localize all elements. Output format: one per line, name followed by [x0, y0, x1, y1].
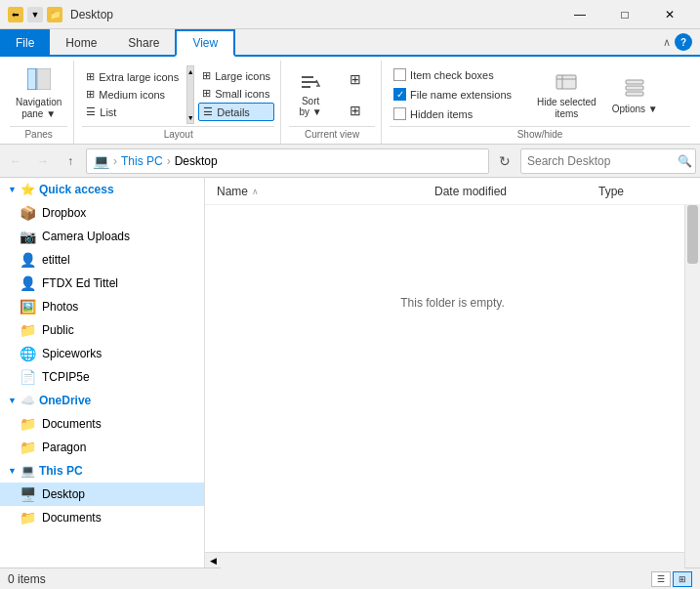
sidebar: ▼ ⭐ Quick access 📦 Dropbox 📷 Camera Uplo…: [0, 178, 205, 568]
options-button[interactable]: Options ▼: [606, 66, 664, 125]
sidebar-item-paragon[interactable]: 📁 Paragon: [0, 436, 204, 459]
refresh-button[interactable]: ↻: [493, 149, 516, 173]
list-button[interactable]: ☰ List: [82, 104, 183, 120]
medium-icons-button[interactable]: ⊞ Medium icons: [82, 86, 183, 103]
window-controls[interactable]: — □ ✕: [557, 0, 692, 29]
this-pc-icon: 💻: [21, 464, 35, 478]
tab-view[interactable]: View: [175, 29, 235, 57]
sidebar-item-tcpip5e[interactable]: 📄 TCPIP5e: [0, 365, 204, 389]
spiceworks-icon: 🌐: [20, 346, 36, 361]
sort-by-label: Sortby ▼: [299, 96, 321, 117]
scrollbar-thumb[interactable]: [687, 205, 698, 264]
help-icon[interactable]: ?: [675, 33, 692, 51]
ribbon-group-panes: Navigationpane ▼ Panes: [4, 61, 74, 144]
window-title: Desktop: [70, 8, 557, 21]
nav-bar: ← → ↑ 💻 › This PC › Desktop ↻ 🔍: [0, 145, 700, 178]
sidebar-item-public[interactable]: 📁 Public: [0, 318, 204, 342]
layout-group-label: Layout: [82, 126, 274, 142]
tab-home[interactable]: Home: [50, 29, 112, 57]
ribbon-tabs: File Home Share View ∧ ?: [0, 29, 700, 57]
tab-share[interactable]: Share: [112, 29, 175, 57]
hide-selected-items-button[interactable]: Hide selecteditems: [531, 66, 602, 125]
layout-scrollbar[interactable]: ▲ ▼: [186, 65, 194, 124]
nav-pane-label: Navigationpane ▼: [16, 97, 62, 120]
content-area: Name ∧ Date modified Type This folder is…: [205, 178, 700, 552]
breadcrumb-this-pc[interactable]: This PC: [121, 154, 163, 168]
sidebar-item-etittel[interactable]: 👤 etittel: [0, 248, 204, 272]
svg-rect-1: [37, 68, 51, 90]
hscroll-left[interactable]: ◀: [205, 553, 221, 568]
svg-rect-8: [626, 80, 643, 84]
small-icons-button[interactable]: ⊞ Small icons: [198, 85, 274, 102]
large-icons-button[interactable]: ⊞ Large icons: [198, 67, 274, 84]
title-icon-2: ▼: [27, 7, 43, 22]
group-by-button[interactable]: ⊞: [336, 65, 375, 93]
sidebar-item-spiceworks[interactable]: 🌐 Spiceworks: [0, 342, 204, 365]
etittel-icon: 👤: [20, 252, 36, 268]
close-button[interactable]: ✕: [647, 0, 692, 29]
file-name-extensions-check-icon[interactable]: ✓: [393, 88, 406, 101]
details-view-toggle[interactable]: ☰: [651, 571, 671, 587]
hidden-items-checkbox[interactable]: Hidden items: [390, 105, 515, 122]
sort-by-button[interactable]: Sortby ▼: [289, 65, 332, 124]
extra-large-icons-button[interactable]: ⊞ Extra large icons: [82, 68, 183, 85]
title-bar: ⬅ ▼ 📁 Desktop — □ ✕: [0, 0, 700, 29]
search-box[interactable]: 🔍: [520, 148, 696, 174]
sidebar-section-this-pc[interactable]: ▼ 💻 This PC: [0, 459, 204, 483]
forward-button[interactable]: →: [31, 149, 55, 173]
documents-icon: 📁: [20, 510, 36, 526]
hscroll-track[interactable]: [221, 553, 684, 568]
hidden-items-check-icon[interactable]: [393, 107, 406, 120]
hide-selected-icon: [555, 71, 578, 95]
add-columns-button[interactable]: ⊞: [336, 97, 375, 124]
sidebar-section-onedrive[interactable]: ▼ ☁️ OneDrive: [0, 389, 204, 412]
ribbon-panel: Navigationpane ▼ Panes ⊞ Extra large ico…: [0, 57, 700, 145]
public-icon: 📁: [20, 322, 36, 338]
quick-access-icon: ⭐: [21, 183, 35, 196]
column-date-header[interactable]: Date modified: [431, 183, 587, 200]
sidebar-item-camera-uploads[interactable]: 📷 Camera Uploads: [0, 225, 204, 248]
sidebar-section-quick-access[interactable]: ▼ ⭐ Quick access: [0, 178, 204, 201]
svg-rect-0: [27, 68, 36, 90]
ftdx-icon: 👤: [20, 275, 36, 291]
item-check-boxes-check-icon[interactable]: [393, 68, 406, 81]
minimize-button[interactable]: —: [557, 0, 602, 29]
list-icon: ☰: [86, 105, 96, 118]
desktop-icon: 🖥️: [20, 486, 36, 502]
current-view-group-label: Current view: [289, 126, 375, 142]
medium-icons-icon: ⊞: [86, 88, 95, 101]
ribbon-expand-icon[interactable]: ∧: [663, 36, 671, 49]
file-name-extensions-checkbox[interactable]: ✓ File name extensions: [390, 86, 515, 103]
item-check-boxes-checkbox[interactable]: Item check boxes: [390, 66, 515, 83]
column-type-header[interactable]: Type: [595, 183, 692, 200]
sidebar-item-documents[interactable]: 📁 Documents: [0, 506, 204, 529]
column-name-header[interactable]: Name ∧: [213, 183, 423, 200]
sidebar-item-photos[interactable]: 🖼️ Photos: [0, 295, 204, 318]
sidebar-item-dropbox[interactable]: 📦 Dropbox: [0, 201, 204, 225]
sort-icon: [300, 72, 321, 94]
photos-icon: 🖼️: [20, 299, 36, 315]
sidebar-item-desktop[interactable]: 🖥️ Desktop: [0, 483, 204, 506]
onedrive-icon: ☁️: [21, 394, 35, 407]
tcpip5e-icon: 📄: [20, 369, 36, 385]
horizontal-scrollbar[interactable]: ◀ ▶: [205, 552, 700, 568]
group-by-icon: ⊞: [350, 71, 361, 87]
documents-od-icon: 📁: [20, 416, 36, 432]
tab-file[interactable]: File: [0, 29, 50, 57]
small-icons-icon: ⊞: [202, 87, 211, 100]
sidebar-item-documents-od[interactable]: 📁 Documents: [0, 412, 204, 436]
quick-access-icon: ⬅: [8, 7, 23, 22]
vertical-scrollbar[interactable]: [684, 205, 700, 568]
sidebar-item-ftdx[interactable]: 👤 FTDX Ed Tittel: [0, 272, 204, 295]
ribbon-group-layout: ⊞ Extra large icons ⊞ Medium icons ☰ Lis…: [76, 61, 281, 144]
main-layout: ▼ ⭐ Quick access 📦 Dropbox 📷 Camera Uplo…: [0, 178, 700, 568]
search-input[interactable]: [527, 154, 674, 168]
details-button[interactable]: ☰ Details: [198, 103, 274, 121]
up-button[interactable]: ↑: [59, 149, 82, 173]
large-icons-view-toggle[interactable]: ⊞: [673, 571, 692, 587]
add-columns-icon: ⊞: [350, 103, 361, 118]
back-button[interactable]: ←: [4, 149, 27, 173]
maximize-button[interactable]: □: [602, 0, 647, 29]
breadcrumb[interactable]: 💻 › This PC › Desktop: [86, 148, 489, 174]
navigation-pane-button[interactable]: Navigationpane ▼: [10, 65, 67, 124]
